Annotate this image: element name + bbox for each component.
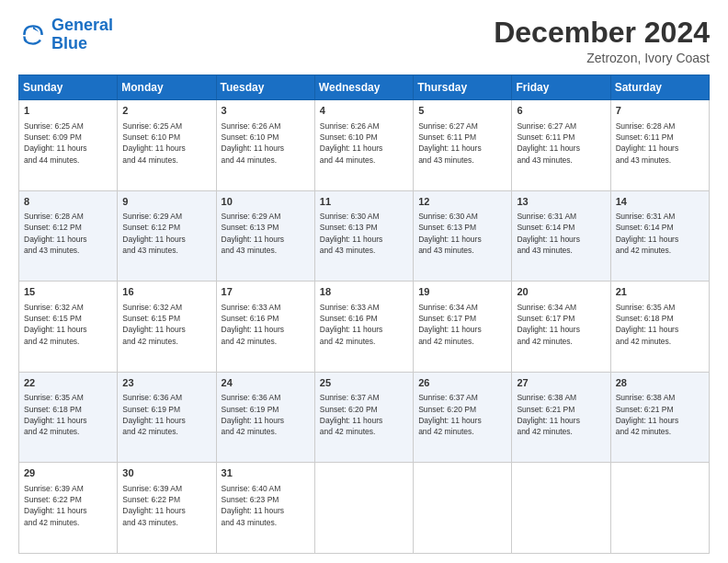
day-info: Sunrise: 6:26 AM Sunset: 6:10 PM Dayligh… [320,121,408,166]
day-number: 10 [222,195,310,209]
main-title: December 2024 [494,17,710,49]
calendar-cell: 11Sunrise: 6:30 AM Sunset: 6:13 PM Dayli… [314,190,413,282]
day-info: Sunrise: 6:30 AM Sunset: 6:13 PM Dayligh… [320,211,408,256]
calendar-week-row: 29Sunrise: 6:39 AM Sunset: 6:22 PM Dayli… [19,463,710,554]
calendar-header-wednesday: Wednesday [314,75,413,100]
calendar-header-monday: Monday [118,75,216,100]
day-info: Sunrise: 6:33 AM Sunset: 6:16 PM Dayligh… [222,302,310,347]
day-number: 11 [320,195,408,209]
day-info: Sunrise: 6:39 AM Sunset: 6:22 PM Dayligh… [24,483,112,528]
calendar-header-saturday: Saturday [610,75,709,100]
day-info: Sunrise: 6:26 AM Sunset: 6:10 PM Dayligh… [222,121,310,166]
subtitle: Zetrozon, Ivory Coast [494,51,710,65]
calendar-cell: 3Sunrise: 6:26 AM Sunset: 6:10 PM Daylig… [216,100,314,191]
calendar-cell: 14Sunrise: 6:31 AM Sunset: 6:14 PM Dayli… [610,190,709,282]
day-number: 28 [616,376,704,390]
day-number: 1 [24,104,112,118]
day-info: Sunrise: 6:35 AM Sunset: 6:18 PM Dayligh… [616,302,704,347]
calendar-cell: 26Sunrise: 6:37 AM Sunset: 6:20 PM Dayli… [414,372,512,463]
day-number: 24 [222,376,310,390]
day-info: Sunrise: 6:38 AM Sunset: 6:21 PM Dayligh… [616,392,704,437]
calendar-cell: 24Sunrise: 6:36 AM Sunset: 6:19 PM Dayli… [216,372,314,463]
calendar-cell: 31Sunrise: 6:40 AM Sunset: 6:23 PM Dayli… [216,463,314,554]
day-number: 14 [616,195,704,209]
calendar-cell: 6Sunrise: 6:27 AM Sunset: 6:11 PM Daylig… [512,100,610,191]
calendar-cell: 2Sunrise: 6:25 AM Sunset: 6:10 PM Daylig… [118,100,216,191]
calendar-cell: 21Sunrise: 6:35 AM Sunset: 6:18 PM Dayli… [610,282,709,373]
day-info: Sunrise: 6:25 AM Sunset: 6:09 PM Dayligh… [24,121,112,166]
logo-icon [18,20,48,50]
day-info: Sunrise: 6:37 AM Sunset: 6:20 PM Dayligh… [418,392,506,437]
calendar-cell [512,463,610,554]
page: General Blue December 2024 Zetrozon, Ivo… [0,0,728,563]
day-number: 30 [122,466,210,480]
day-info: Sunrise: 6:25 AM Sunset: 6:10 PM Dayligh… [122,121,210,166]
calendar-cell: 30Sunrise: 6:39 AM Sunset: 6:22 PM Dayli… [118,463,216,554]
calendar-cell: 1Sunrise: 6:25 AM Sunset: 6:09 PM Daylig… [19,100,118,191]
calendar-cell: 16Sunrise: 6:32 AM Sunset: 6:15 PM Dayli… [118,282,216,373]
logo-line2: Blue [51,34,87,52]
day-number: 25 [320,376,408,390]
calendar-header-row: SundayMondayTuesdayWednesdayThursdayFrid… [19,75,710,100]
day-info: Sunrise: 6:38 AM Sunset: 6:21 PM Dayligh… [517,392,605,437]
day-number: 17 [222,285,310,299]
day-number: 5 [418,104,506,118]
day-info: Sunrise: 6:34 AM Sunset: 6:17 PM Dayligh… [517,302,605,347]
day-info: Sunrise: 6:30 AM Sunset: 6:13 PM Dayligh… [418,211,506,256]
calendar-cell: 29Sunrise: 6:39 AM Sunset: 6:22 PM Dayli… [19,463,118,554]
day-info: Sunrise: 6:40 AM Sunset: 6:23 PM Dayligh… [222,483,310,528]
calendar-cell: 7Sunrise: 6:28 AM Sunset: 6:11 PM Daylig… [610,100,709,191]
logo: General Blue [18,17,113,53]
day-number: 23 [122,376,210,390]
calendar-cell: 23Sunrise: 6:36 AM Sunset: 6:19 PM Dayli… [118,372,216,463]
day-info: Sunrise: 6:36 AM Sunset: 6:19 PM Dayligh… [122,392,210,437]
day-info: Sunrise: 6:34 AM Sunset: 6:17 PM Dayligh… [418,302,506,347]
day-number: 21 [616,285,704,299]
calendar-week-row: 15Sunrise: 6:32 AM Sunset: 6:15 PM Dayli… [19,282,710,373]
calendar-cell: 10Sunrise: 6:29 AM Sunset: 6:13 PM Dayli… [216,190,314,282]
day-number: 2 [122,104,210,118]
calendar-table: SundayMondayTuesdayWednesdayThursdayFrid… [18,75,710,554]
calendar-cell: 22Sunrise: 6:35 AM Sunset: 6:18 PM Dayli… [19,372,118,463]
day-info: Sunrise: 6:27 AM Sunset: 6:11 PM Dayligh… [418,121,506,166]
calendar-cell: 8Sunrise: 6:28 AM Sunset: 6:12 PM Daylig… [19,190,118,282]
calendar-cell: 9Sunrise: 6:29 AM Sunset: 6:12 PM Daylig… [118,190,216,282]
day-number: 19 [418,285,506,299]
calendar-cell: 17Sunrise: 6:33 AM Sunset: 6:16 PM Dayli… [216,282,314,373]
day-info: Sunrise: 6:32 AM Sunset: 6:15 PM Dayligh… [24,302,112,347]
day-number: 7 [616,104,704,118]
calendar-header-sunday: Sunday [19,75,118,100]
calendar-header-friday: Friday [512,75,610,100]
logo-text: General Blue [51,17,113,53]
calendar-cell: 19Sunrise: 6:34 AM Sunset: 6:17 PM Dayli… [414,282,512,373]
calendar-week-row: 1Sunrise: 6:25 AM Sunset: 6:09 PM Daylig… [19,100,710,191]
day-info: Sunrise: 6:29 AM Sunset: 6:12 PM Dayligh… [122,211,210,256]
day-info: Sunrise: 6:31 AM Sunset: 6:14 PM Dayligh… [616,211,704,256]
header: General Blue December 2024 Zetrozon, Ivo… [18,17,710,65]
day-number: 20 [517,285,605,299]
day-info: Sunrise: 6:37 AM Sunset: 6:20 PM Dayligh… [320,392,408,437]
day-number: 18 [320,285,408,299]
calendar-header-tuesday: Tuesday [216,75,314,100]
calendar-week-row: 8Sunrise: 6:28 AM Sunset: 6:12 PM Daylig… [19,190,710,282]
calendar-cell: 12Sunrise: 6:30 AM Sunset: 6:13 PM Dayli… [414,190,512,282]
day-info: Sunrise: 6:28 AM Sunset: 6:12 PM Dayligh… [24,211,112,256]
title-block: December 2024 Zetrozon, Ivory Coast [494,17,710,65]
calendar-header-thursday: Thursday [414,75,512,100]
calendar-week-row: 22Sunrise: 6:35 AM Sunset: 6:18 PM Dayli… [19,372,710,463]
day-number: 31 [222,466,310,480]
day-info: Sunrise: 6:35 AM Sunset: 6:18 PM Dayligh… [24,392,112,437]
day-info: Sunrise: 6:27 AM Sunset: 6:11 PM Dayligh… [517,121,605,166]
day-number: 8 [24,195,112,209]
calendar-cell [610,463,709,554]
day-info: Sunrise: 6:31 AM Sunset: 6:14 PM Dayligh… [517,211,605,256]
day-info: Sunrise: 6:32 AM Sunset: 6:15 PM Dayligh… [122,302,210,347]
day-number: 15 [24,285,112,299]
calendar-cell: 13Sunrise: 6:31 AM Sunset: 6:14 PM Dayli… [512,190,610,282]
calendar-cell: 18Sunrise: 6:33 AM Sunset: 6:16 PM Dayli… [314,282,413,373]
calendar-cell: 25Sunrise: 6:37 AM Sunset: 6:20 PM Dayli… [314,372,413,463]
day-number: 9 [122,195,210,209]
day-info: Sunrise: 6:28 AM Sunset: 6:11 PM Dayligh… [616,121,704,166]
day-info: Sunrise: 6:33 AM Sunset: 6:16 PM Dayligh… [320,302,408,347]
day-info: Sunrise: 6:39 AM Sunset: 6:22 PM Dayligh… [122,483,210,528]
